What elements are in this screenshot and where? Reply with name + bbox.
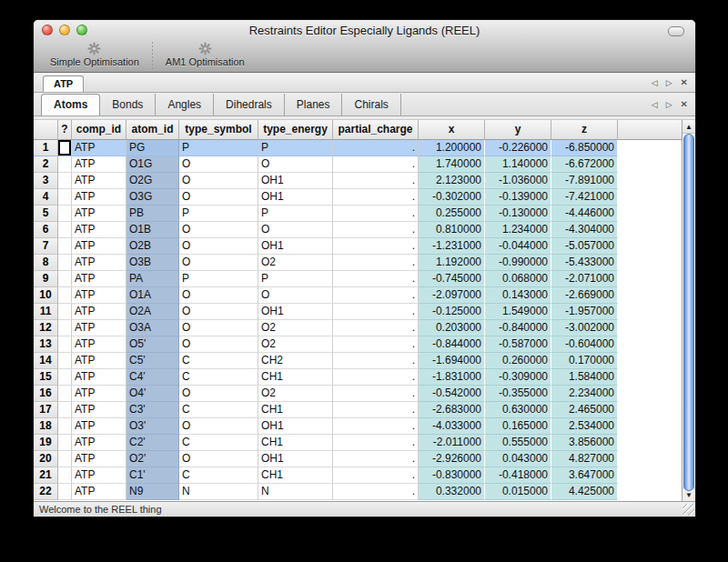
- cell-partial_charge[interactable]: .: [333, 206, 419, 222]
- cell-select-mark[interactable]: [58, 304, 72, 320]
- tab-bonds[interactable]: Bonds: [100, 94, 156, 115]
- row-number[interactable]: 20: [34, 451, 58, 467]
- cell-partial_charge[interactable]: .: [333, 369, 419, 386]
- cell-comp_id[interactable]: ATP: [72, 402, 126, 418]
- cell-x[interactable]: 1.740000: [419, 156, 485, 173]
- cell-comp_id[interactable]: ATP: [72, 255, 126, 271]
- cell-x[interactable]: -0.302000: [419, 189, 485, 206]
- cell-type_symbol[interactable]: O: [179, 238, 258, 255]
- row-number[interactable]: 2: [34, 156, 58, 173]
- cell-comp_id[interactable]: ATP: [72, 451, 126, 467]
- cell-type_energy[interactable]: OH1: [258, 189, 333, 206]
- cell-atom_id[interactable]: O3B: [126, 255, 179, 271]
- cell-atom_id[interactable]: O5': [126, 336, 179, 353]
- cell-select-mark[interactable]: [58, 255, 72, 271]
- cell-x[interactable]: -0.542000: [419, 386, 485, 402]
- cell-z[interactable]: -0.604000: [551, 336, 618, 353]
- cell-atom_id[interactable]: C5': [126, 353, 179, 369]
- cell-y[interactable]: -0.226000: [485, 140, 551, 156]
- cell-z[interactable]: 3.647000: [551, 467, 618, 484]
- cell-atom_id[interactable]: O1G: [126, 156, 179, 173]
- cell-select-mark[interactable]: [58, 173, 72, 189]
- cell-y[interactable]: 0.165000: [485, 418, 551, 435]
- cell-z[interactable]: 2.534000: [551, 418, 618, 435]
- cell-z[interactable]: 1.584000: [551, 369, 618, 386]
- column-header-mark[interactable]: ?: [58, 120, 72, 140]
- cell-type_symbol[interactable]: O: [179, 336, 258, 353]
- cell-type_symbol[interactable]: P: [179, 140, 258, 156]
- row-number[interactable]: 10: [34, 287, 58, 304]
- cell-select-mark[interactable]: [58, 435, 72, 451]
- cell-atom_id[interactable]: O2B: [126, 238, 179, 255]
- cell-partial_charge[interactable]: .: [333, 435, 419, 451]
- cell-x[interactable]: -1.831000: [419, 369, 485, 386]
- cell-type_symbol[interactable]: O: [179, 418, 258, 435]
- cell-comp_id[interactable]: ATP: [72, 336, 126, 353]
- cell-type_energy[interactable]: P: [258, 140, 333, 156]
- cell-atom_id[interactable]: O1B: [126, 222, 179, 238]
- cell-type_energy[interactable]: P: [258, 206, 333, 222]
- cell-type_symbol[interactable]: O: [179, 451, 258, 467]
- row-number[interactable]: 4: [34, 189, 58, 206]
- cell-x[interactable]: -0.745000: [419, 271, 485, 287]
- cell-type_symbol[interactable]: C: [179, 369, 258, 386]
- row-number[interactable]: 5: [34, 206, 58, 222]
- cell-comp_id[interactable]: ATP: [72, 435, 126, 451]
- cell-z[interactable]: 2.465000: [551, 402, 618, 418]
- cell-partial_charge[interactable]: .: [333, 156, 419, 173]
- cell-type_symbol[interactable]: C: [179, 467, 258, 484]
- cell-y[interactable]: -0.130000: [485, 206, 551, 222]
- cell-type_energy[interactable]: P: [258, 271, 333, 287]
- cell-partial_charge[interactable]: .: [333, 238, 419, 255]
- cell-comp_id[interactable]: ATP: [72, 484, 126, 500]
- cell-comp_id[interactable]: ATP: [72, 467, 126, 484]
- cell-y[interactable]: -0.840000: [485, 320, 551, 336]
- cell-select-mark[interactable]: [58, 271, 72, 287]
- cell-z[interactable]: -7.421000: [551, 189, 618, 206]
- cell-y[interactable]: 0.043000: [485, 451, 551, 467]
- cell-z[interactable]: 2.234000: [551, 386, 618, 402]
- scrollbar-thumb[interactable]: [683, 134, 694, 491]
- cell-comp_id[interactable]: ATP: [72, 189, 126, 206]
- scroll-up-button[interactable]: ▲: [682, 120, 695, 134]
- row-number[interactable]: 22: [34, 484, 58, 500]
- cell-select-mark[interactable]: [58, 402, 72, 418]
- cell-comp_id[interactable]: ATP: [72, 418, 126, 435]
- tab-atoms[interactable]: Atoms: [41, 94, 100, 115]
- cell-y[interactable]: 0.260000: [485, 353, 551, 369]
- cell-atom_id[interactable]: C2': [126, 435, 179, 451]
- column-header-x[interactable]: x: [419, 120, 485, 140]
- cell-atom_id[interactable]: O4': [126, 386, 179, 402]
- cell-x[interactable]: -0.844000: [419, 336, 485, 353]
- row-number[interactable]: 14: [34, 353, 58, 369]
- cell-z[interactable]: -6.672000: [551, 156, 618, 173]
- cell-select-mark[interactable]: [58, 418, 72, 435]
- cell-x[interactable]: -0.830000: [419, 467, 485, 484]
- cell-z[interactable]: -2.071000: [551, 271, 618, 287]
- cell-y[interactable]: 0.555000: [485, 435, 551, 451]
- cell-type_symbol[interactable]: O: [179, 173, 258, 189]
- cell-y[interactable]: -0.418000: [485, 467, 551, 484]
- row-number[interactable]: 6: [34, 222, 58, 238]
- column-header-z[interactable]: z: [551, 120, 618, 140]
- row-number[interactable]: 16: [34, 386, 58, 402]
- cell-type_symbol[interactable]: O: [179, 386, 258, 402]
- cell-z[interactable]: 3.856000: [551, 435, 618, 451]
- cell-comp_id[interactable]: ATP: [72, 353, 126, 369]
- cell-x[interactable]: -4.033000: [419, 418, 485, 435]
- row-number[interactable]: 18: [34, 418, 58, 435]
- tab-close-icon[interactable]: ✕: [681, 99, 688, 109]
- row-number[interactable]: 8: [34, 255, 58, 271]
- cell-comp_id[interactable]: ATP: [72, 386, 126, 402]
- cell-select-mark[interactable]: [58, 189, 72, 206]
- column-header-atom_id[interactable]: atom_id: [126, 120, 179, 140]
- cell-comp_id[interactable]: ATP: [72, 222, 126, 238]
- vertical-scrollbar[interactable]: ▲ ▼: [682, 120, 695, 501]
- cell-atom_id[interactable]: O2G: [126, 173, 179, 189]
- cell-type_energy[interactable]: OH1: [258, 173, 333, 189]
- cell-x[interactable]: -2.011000: [419, 435, 485, 451]
- cell-z[interactable]: 4.425000: [551, 484, 618, 500]
- cell-atom_id[interactable]: PA: [126, 271, 179, 287]
- cell-x[interactable]: 1.192000: [419, 255, 485, 271]
- cell-partial_charge[interactable]: .: [333, 173, 419, 189]
